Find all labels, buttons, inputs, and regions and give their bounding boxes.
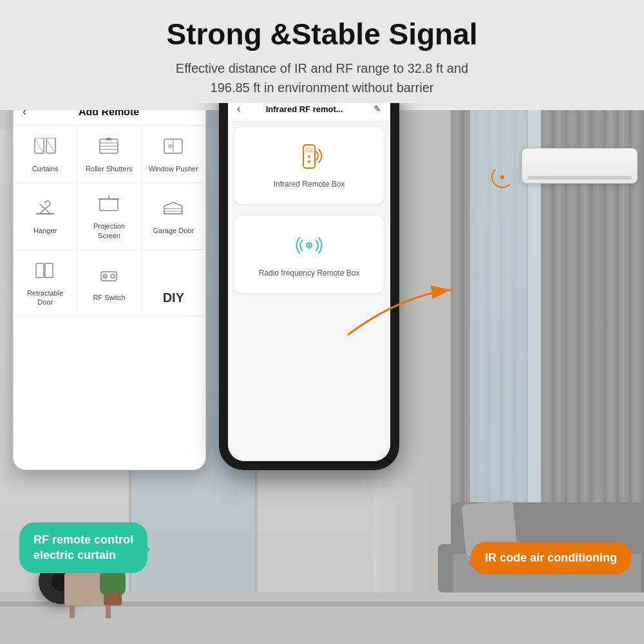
- grid-item-retractable-door[interactable]: Retractable Door: [14, 250, 77, 317]
- hanger-icon: [31, 198, 59, 221]
- callout-green: RF remote control electric curtain: [19, 522, 147, 573]
- svg-point-29: [308, 160, 310, 163]
- roller-shutters-icon: [95, 136, 123, 159]
- callout-green-line1: RF remote control: [33, 533, 133, 546]
- grid-item-projection-screen[interactable]: Projection Screen: [77, 183, 141, 250]
- room-background: 3:32 ▶ ▐▐▐ ▾ ▭ ‹ Add Remote: [0, 103, 644, 644]
- svg-line-3: [46, 139, 55, 153]
- svg-point-28: [308, 155, 310, 158]
- infrared-remote-card[interactable]: Infrared Remote Box: [234, 127, 384, 204]
- infrared-card-label: Infrared Remote Box: [274, 180, 345, 189]
- grid-item-diy[interactable]: DIY: [142, 250, 205, 317]
- roller-shutters-label: Roller Shutters: [86, 164, 133, 173]
- callout-green-text: RF remote control electric curtain: [33, 533, 133, 561]
- diy-icon: [159, 261, 187, 284]
- svg-rect-27: [305, 147, 313, 153]
- window-pusher-icon: [159, 136, 187, 159]
- grid-item-rf-switch[interactable]: RF Switch: [77, 250, 141, 317]
- garage-door-label: Garage Door: [153, 226, 194, 235]
- subtitle-line1: Effective distance of IR and RF range to…: [176, 61, 468, 75]
- grid-item-roller-shutters[interactable]: Roller Shutters: [77, 126, 141, 183]
- projection-screen-icon: [95, 193, 123, 216]
- svg-point-25: [111, 274, 115, 278]
- radio-card-label: Radio frequency Remote Box: [259, 269, 360, 278]
- plant-pot: [104, 592, 122, 605]
- grid-item-curtains[interactable]: Curtains: [14, 126, 77, 183]
- grid-item-garage-door[interactable]: Garage Door: [142, 183, 205, 250]
- phone-center-nav: ‹ Infrared RF remot... ✎: [228, 103, 390, 122]
- callout-orange-text: IR code air conditioning: [485, 551, 617, 564]
- page-wrapper: Strong &Stable Signal Effective distance…: [0, 0, 644, 644]
- phone-left: 3:32 ▶ ▐▐▐ ▾ ▭ ‹ Add Remote: [13, 103, 206, 470]
- svg-rect-11: [168, 144, 173, 148]
- ir-signal: [486, 161, 518, 193]
- ac-unit: [522, 148, 638, 184]
- rf-switch-icon: [95, 265, 123, 288]
- grid-item-window-pusher[interactable]: Window Pusher: [142, 126, 205, 183]
- diy-label: DIY: [163, 289, 184, 306]
- subtitle: Effective distance of IR and RF range to…: [39, 59, 605, 97]
- add-remote-grid: Curtains Roller Shutters: [14, 126, 205, 316]
- subtitle-line2: 196.85 ft in environment without barrier: [211, 80, 434, 95]
- callout-orange: IR code air conditioning: [471, 542, 631, 574]
- signal-wave-large: [501, 176, 504, 178]
- rf-screen-content: Infrared Remote Box: [228, 122, 390, 461]
- infrared-icon: [293, 142, 325, 173]
- header-section: Strong &Stable Signal Effective distance…: [0, 0, 644, 110]
- svg-rect-19: [36, 263, 44, 278]
- edit-icon[interactable]: ✎: [374, 104, 381, 114]
- curtains-icon: [31, 136, 59, 159]
- radio-remote-card[interactable]: Radio frequency Remote Box: [234, 216, 384, 293]
- svg-line-2: [35, 139, 44, 153]
- center-back-arrow-icon[interactable]: ‹: [237, 103, 240, 115]
- garage-door-icon: [159, 198, 187, 221]
- svg-rect-8: [106, 138, 111, 140]
- svg-rect-20: [45, 263, 53, 278]
- table-leg-right: [106, 605, 111, 618]
- hanger-label: Hanger: [33, 226, 57, 235]
- svg-point-24: [104, 276, 106, 277]
- retractable-door-icon: [31, 260, 59, 283]
- main-title: Strong &Stable Signal: [39, 18, 605, 51]
- sofa-arm-left: [438, 544, 453, 592]
- radio-icon: [293, 231, 325, 262]
- callout-green-line2: electric curtain: [33, 549, 116, 562]
- retractable-door-label: Retractable Door: [19, 289, 71, 307]
- window-pusher-label: Window Pusher: [149, 164, 198, 173]
- svg-point-31: [308, 244, 310, 247]
- svg-rect-13: [100, 199, 118, 211]
- curtains-label: Curtains: [32, 164, 59, 173]
- rf-switch-label: RF Switch: [93, 293, 125, 302]
- grid-item-hanger[interactable]: Hanger: [14, 183, 77, 250]
- center-screen-title: Infrared RF remot...: [245, 104, 363, 114]
- sofa-arm-right: [641, 544, 644, 592]
- phone-center: 3:26 ▐▐▐ ▾ ▭ ‹ Infrared RF remot... ✎: [219, 103, 399, 470]
- table-leg-left: [70, 605, 75, 618]
- phone-center-inner: 3:26 ▐▐▐ ▾ ▭ ‹ Infrared RF remot... ✎: [228, 103, 390, 461]
- projection-screen-label: Projection Screen: [82, 222, 135, 240]
